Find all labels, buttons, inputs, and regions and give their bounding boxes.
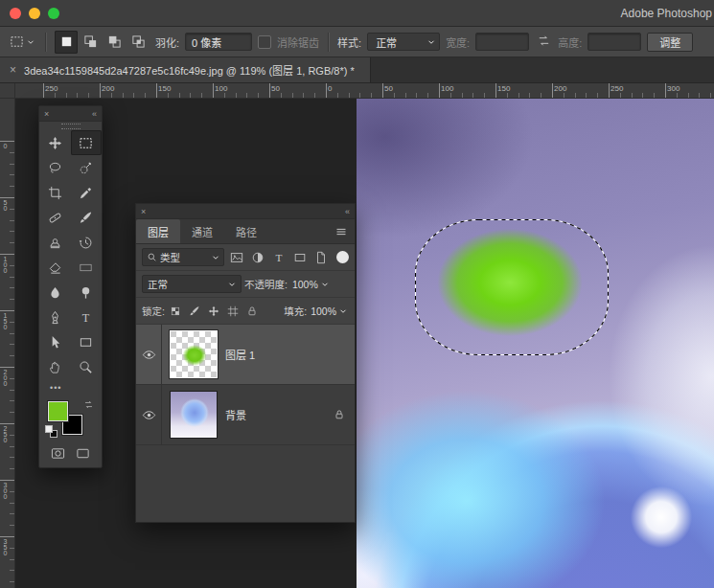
document-tab-bar: × 3dea34c1159845d2a47287e5c16fc49e.jpg @… <box>0 57 714 83</box>
chevron-down-icon <box>228 281 236 288</box>
panel-collapse-icon[interactable]: « <box>345 207 350 216</box>
layers-panel-header[interactable]: × « <box>136 204 355 219</box>
shape-tool[interactable] <box>71 329 103 354</box>
lock-all-button[interactable] <box>244 303 261 319</box>
screen-mode-button[interactable] <box>73 444 94 462</box>
panel-grip[interactable] <box>39 122 102 130</box>
close-window-button[interactable] <box>10 8 21 19</box>
ruler-corner[interactable] <box>0 83 15 99</box>
feather-input[interactable] <box>185 33 252 51</box>
layer-row-background[interactable]: 背景 <box>136 385 355 445</box>
type-tool[interactable] <box>71 305 103 329</box>
default-colors-icon[interactable] <box>45 425 59 440</box>
fill-value-select[interactable]: 100% <box>309 302 349 320</box>
tab-paths[interactable]: 路径 <box>224 219 268 243</box>
layer-thumbnail[interactable] <box>170 391 218 439</box>
opacity-value: 100% <box>292 279 318 290</box>
document-tab[interactable]: × 3dea34c1159845d2a47287e5c16fc49e.jpg @… <box>0 57 371 82</box>
filter-adjustment-layers-button[interactable] <box>248 248 266 266</box>
foreground-color-swatch[interactable] <box>48 401 68 421</box>
height-input[interactable] <box>587 33 641 51</box>
new-selection-button[interactable] <box>55 31 78 54</box>
swap-colors-icon[interactable] <box>83 399 94 410</box>
layer-row-layer1[interactable]: 图层 1 <box>136 325 355 385</box>
filter-toggle[interactable] <box>336 251 349 263</box>
fullscreen-window-button[interactable] <box>48 8 59 19</box>
pasteboard[interactable] <box>15 99 714 588</box>
gradient-tool[interactable] <box>71 255 103 280</box>
move-tool[interactable] <box>39 130 71 155</box>
width-input[interactable] <box>475 33 529 51</box>
layer-name[interactable]: 背景 <box>225 407 246 422</box>
path-selection-tool[interactable] <box>39 329 71 354</box>
quick-selection-tool-icon <box>79 161 93 175</box>
blur-tool[interactable] <box>39 280 71 305</box>
zoom-tool[interactable] <box>71 354 103 379</box>
filter-shape-layers-button[interactable] <box>290 248 309 266</box>
tab-layers[interactable]: 图层 <box>136 219 180 243</box>
refine-edge-button[interactable]: 调整 <box>647 33 693 52</box>
add-to-selection-button[interactable] <box>79 31 102 54</box>
tools-panel-header[interactable]: × « <box>39 106 102 122</box>
minimize-window-button[interactable] <box>29 8 40 19</box>
layer-visibility-toggle[interactable] <box>136 325 162 384</box>
eraser-tool-icon <box>48 260 62 275</box>
ruler-tick-label: 0 <box>328 84 332 93</box>
filter-pixel-layers-button[interactable] <box>227 248 245 266</box>
canvas[interactable] <box>357 99 714 588</box>
crop-tool-icon <box>48 186 62 200</box>
tools-panel-bottom <box>39 442 102 462</box>
opacity-value-select[interactable]: 100% <box>290 275 331 293</box>
lock-transparency-button[interactable] <box>168 303 184 319</box>
swap-width-height-button[interactable] <box>535 34 552 51</box>
tab-close-icon[interactable]: × <box>10 63 16 77</box>
style-select[interactable]: 正常 <box>367 33 440 51</box>
ruler-tick-label: 100 <box>2 256 9 273</box>
horizontal-ruler[interactable]: 25020015010050050100150200250300 <box>15 83 714 99</box>
smart-object-icon <box>314 251 328 264</box>
blend-row: 正常 不透明度: 100% <box>136 271 355 298</box>
quick-mask-button[interactable] <box>47 444 68 462</box>
brush-tool[interactable] <box>71 205 103 230</box>
panel-collapse-icon[interactable]: « <box>92 109 97 119</box>
frame-icon <box>227 305 239 317</box>
lock-artboard-button[interactable] <box>225 303 242 319</box>
rect-marquee-tool[interactable] <box>71 130 103 155</box>
panel-menu-icon[interactable] <box>334 226 348 237</box>
blend-mode-select[interactable]: 正常 <box>142 275 242 293</box>
filter-smart-object-button[interactable] <box>311 248 330 266</box>
lock-row: 锁定: 填充: 100% <box>136 298 355 325</box>
eraser-tool[interactable] <box>39 255 71 280</box>
hand-tool[interactable] <box>39 354 71 379</box>
layer-name[interactable]: 图层 1 <box>225 347 255 362</box>
crop-tool[interactable] <box>39 180 71 205</box>
filter-type-layers-button[interactable] <box>269 248 288 266</box>
filter-type-select[interactable]: 类型 <box>142 248 224 266</box>
edit-toolbar-button[interactable]: ••• <box>39 379 102 396</box>
intersect-selection-button[interactable] <box>127 31 150 54</box>
antialias-checkbox[interactable] <box>258 35 271 49</box>
dodge-tool[interactable] <box>71 280 103 305</box>
brush-tool-icon <box>79 211 93 225</box>
vertical-ruler[interactable]: 050100150200250300350 <box>0 99 15 588</box>
blend-mode-value: 正常 <box>148 277 168 291</box>
panel-close-icon[interactable]: × <box>44 109 49 119</box>
history-brush-tool[interactable] <box>71 230 103 255</box>
lasso-tool[interactable] <box>39 155 71 180</box>
lock-position-button[interactable] <box>206 303 222 319</box>
layer-thumbnail[interactable] <box>170 330 218 378</box>
chevron-down-icon <box>27 38 35 46</box>
quick-selection-tool[interactable] <box>71 155 103 180</box>
tab-channels[interactable]: 通道 <box>180 219 224 243</box>
pen-tool[interactable] <box>39 305 71 329</box>
tool-preset-button[interactable] <box>8 33 36 51</box>
eyedropper-tool[interactable] <box>71 180 103 205</box>
lock-paint-button[interactable] <box>187 303 203 319</box>
subtract-from-selection-button[interactable] <box>103 31 126 54</box>
healing-brush-tool[interactable] <box>39 205 71 230</box>
layer-visibility-toggle[interactable] <box>136 385 162 444</box>
selection-marching-ants[interactable] <box>414 218 610 356</box>
panel-close-icon[interactable]: × <box>141 207 146 216</box>
clone-stamp-tool[interactable] <box>39 230 71 255</box>
ruler-tick-label: 250 <box>2 425 9 442</box>
